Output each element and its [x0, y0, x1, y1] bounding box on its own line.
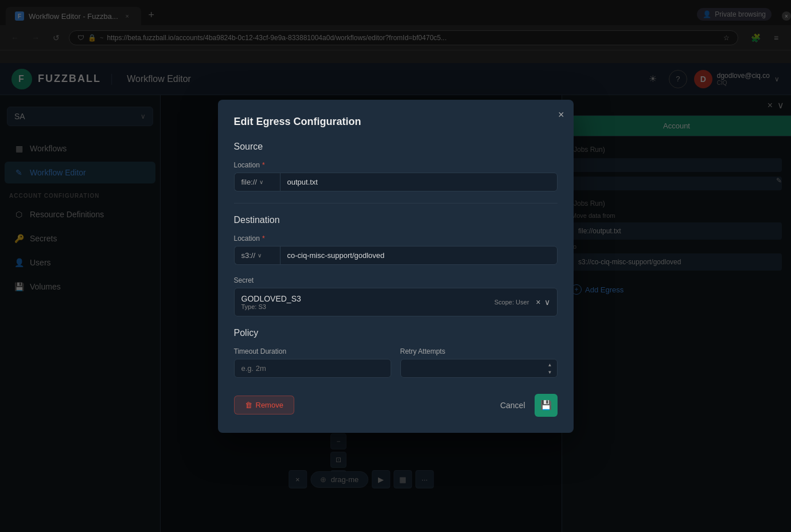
timeout-field: Timeout Duration: [234, 347, 391, 378]
save-button[interactable]: 💾: [535, 394, 558, 417]
edit-egress-modal: Edit Egress Configuration × Source Locat…: [218, 100, 574, 433]
number-spinners: ▲ ▼: [546, 361, 554, 375]
secret-type: Type: S3: [241, 303, 494, 310]
retry-label: Retry Attempts: [400, 347, 558, 355]
dest-prefix-dropdown[interactable]: s3:// ∨: [234, 246, 280, 265]
retry-input-wrap: ▲ ▼: [400, 359, 558, 378]
retry-field: Retry Attempts ▲ ▼: [400, 347, 558, 378]
destination-section-title: Destination: [234, 215, 558, 225]
modal-footer: 🗑 Remove Cancel 💾: [234, 394, 558, 417]
secret-field: Secret GODLOVED_S3 Type: S3 Scope: User …: [234, 276, 558, 316]
dest-prefix-chevron-icon: ∨: [258, 252, 262, 259]
dest-path-input[interactable]: [280, 246, 558, 265]
secret-label: Secret: [234, 276, 558, 284]
policy-section-title: Policy: [234, 328, 558, 338]
secret-clear-button[interactable]: ×: [536, 298, 540, 307]
source-prefix-chevron-icon: ∨: [259, 179, 263, 185]
source-input-row: file:// ∨: [234, 173, 558, 191]
retry-input[interactable]: [400, 359, 558, 378]
dest-input-row: s3:// ∨: [234, 246, 558, 265]
save-icon: 💾: [540, 400, 552, 410]
required-marker: *: [262, 161, 265, 169]
modal-close-button[interactable]: ×: [558, 109, 564, 121]
secret-scope: Scope: User: [494, 299, 529, 306]
source-location-field: Location * file:// ∨: [234, 161, 558, 191]
modal-overlay: Edit Egress Configuration × Source Locat…: [0, 0, 791, 532]
dest-required-marker: *: [262, 234, 265, 242]
source-path-input[interactable]: [280, 173, 558, 191]
timeout-input[interactable]: [234, 359, 391, 378]
dest-location-label: Location *: [234, 234, 558, 242]
modal-title: Edit Egress Configuration: [234, 116, 558, 128]
remove-icon: 🗑: [245, 401, 252, 409]
remove-label: Remove: [256, 401, 283, 409]
secret-chevron-icon[interactable]: ∨: [544, 298, 550, 307]
spinner-up-button[interactable]: ▲: [546, 361, 554, 368]
remove-button[interactable]: 🗑 Remove: [234, 396, 294, 414]
source-prefix-dropdown[interactable]: file:// ∨: [234, 173, 280, 191]
source-prefix-text: file://: [241, 178, 257, 186]
source-section-title: Source: [234, 142, 558, 152]
dest-location-field: Location * s3:// ∨: [234, 234, 558, 265]
dest-prefix-text: s3://: [241, 251, 256, 260]
secret-selector[interactable]: GODLOVED_S3 Type: S3 Scope: User × ∨: [234, 288, 558, 316]
modal-divider-1: [234, 203, 558, 204]
policy-row: Timeout Duration Retry Attempts ▲ ▼: [234, 347, 558, 378]
cancel-button[interactable]: Cancel: [491, 396, 535, 414]
timeout-label: Timeout Duration: [234, 347, 391, 355]
source-location-label: Location *: [234, 161, 558, 169]
spinner-down-button[interactable]: ▼: [546, 369, 554, 375]
secret-name: GODLOVED_S3: [241, 294, 494, 303]
